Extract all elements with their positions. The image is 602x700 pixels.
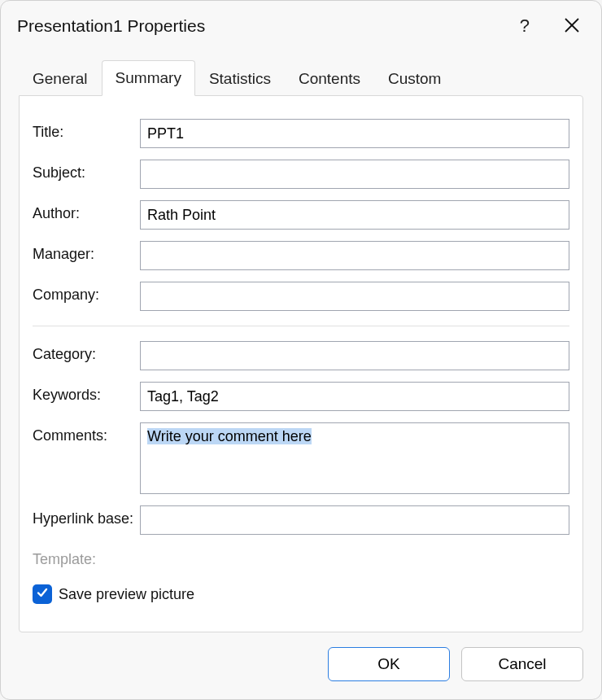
- subject-input[interactable]: [140, 160, 569, 189]
- title-input[interactable]: [140, 119, 569, 148]
- tab-custom[interactable]: Custom: [374, 60, 455, 96]
- label-comments: Comments:: [33, 422, 140, 444]
- row-author: Author:: [33, 200, 569, 230]
- label-author: Author:: [33, 200, 140, 222]
- row-manager: Manager:: [33, 241, 569, 270]
- row-hyperlink-base: Hyperlink base:: [33, 505, 569, 535]
- save-preview-checkbox[interactable]: [33, 584, 52, 604]
- label-subject: Subject:: [33, 160, 140, 182]
- row-category: Category:: [33, 341, 569, 370]
- tab-panel-summary: Title: Subject: Author: Manager: Company…: [19, 95, 583, 632]
- row-save-preview: Save preview picture: [33, 584, 569, 604]
- manager-input[interactable]: [140, 241, 569, 270]
- dialog-title: Presentation1 Properties: [17, 16, 205, 36]
- cancel-button[interactable]: Cancel: [461, 647, 583, 681]
- check-icon: [36, 586, 49, 602]
- titlebar: Presentation1 Properties ?: [1, 1, 601, 45]
- button-bar: OK Cancel: [1, 634, 601, 699]
- tab-contents[interactable]: Contents: [285, 60, 374, 96]
- comments-selected-text: Write your comment here: [147, 428, 312, 444]
- label-hyperlink-base: Hyperlink base:: [33, 505, 140, 527]
- row-template: Template:: [33, 546, 569, 568]
- label-category: Category:: [33, 341, 140, 363]
- author-input[interactable]: [140, 200, 569, 230]
- label-keywords: Keywords:: [33, 382, 140, 404]
- titlebar-controls: ?: [513, 12, 583, 40]
- row-title: Title:: [33, 119, 569, 148]
- tab-general[interactable]: General: [19, 60, 102, 96]
- row-keywords: Keywords:: [33, 382, 569, 411]
- tabs: General Summary Statistics Contents Cust…: [1, 45, 601, 95]
- company-input[interactable]: [140, 282, 569, 311]
- label-save-preview: Save preview picture: [59, 586, 194, 603]
- comments-input[interactable]: Write your comment here: [140, 422, 569, 494]
- ok-button[interactable]: OK: [328, 647, 450, 681]
- close-icon: [564, 17, 580, 36]
- row-comments: Comments: Write your comment here: [33, 422, 569, 494]
- label-company: Company:: [33, 282, 140, 304]
- properties-dialog: Presentation1 Properties ? General Summa…: [0, 0, 602, 700]
- label-template: Template:: [33, 546, 140, 568]
- keywords-input[interactable]: [140, 382, 569, 411]
- label-title: Title:: [33, 119, 140, 141]
- row-company: Company:: [33, 282, 569, 311]
- divider: [33, 326, 569, 326]
- tab-summary[interactable]: Summary: [102, 60, 195, 96]
- label-manager: Manager:: [33, 241, 140, 263]
- category-input[interactable]: [140, 341, 569, 370]
- tab-statistics[interactable]: Statistics: [195, 60, 285, 96]
- help-button[interactable]: ?: [513, 12, 536, 40]
- close-button[interactable]: [561, 14, 583, 39]
- row-subject: Subject:: [33, 160, 569, 189]
- hyperlink-base-input[interactable]: [140, 505, 569, 535]
